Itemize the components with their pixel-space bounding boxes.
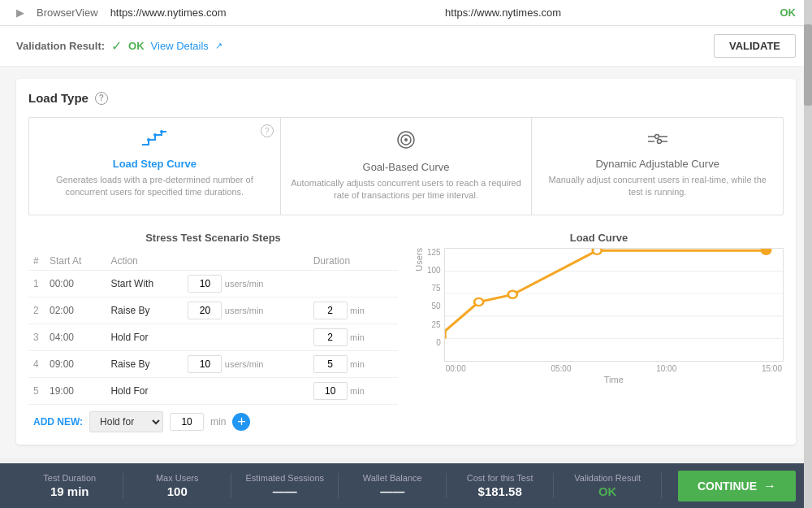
row3-dur-input[interactable] xyxy=(313,328,348,346)
main-content: Load Type ? ? Load Step Curve Generates … xyxy=(0,67,812,458)
section-header: Load Type ? xyxy=(28,91,784,105)
chart-container: Users 125 100 75 50 25 0 xyxy=(414,248,784,384)
svg-point-1 xyxy=(153,133,157,137)
scenario-col: Stress Test Scenario Steps # Start At Ac… xyxy=(28,232,398,432)
y-axis-title: Users xyxy=(414,248,424,271)
stat-validation: Validation Result OK xyxy=(554,473,661,498)
stat-label-wallet: Wallet Balance xyxy=(347,473,437,483)
x-label-0: 00:00 xyxy=(446,364,466,373)
stat-label-validation: Validation Result xyxy=(562,473,652,483)
row1-value-input[interactable] xyxy=(188,275,222,293)
col-action: Action xyxy=(106,252,183,271)
y-25: 25 xyxy=(427,320,441,329)
scrollbar-track[interactable] xyxy=(804,0,812,508)
svg-point-16 xyxy=(474,298,483,306)
row1-unit: users/min xyxy=(225,279,264,289)
dynamic-desc: Manually adjust concurrent users in real… xyxy=(540,174,775,199)
row5-num: 5 xyxy=(28,377,45,404)
curve-help-icon-1[interactable]: ? xyxy=(261,124,274,137)
two-col-layout: Stress Test Scenario Steps # Start At Ac… xyxy=(28,232,784,432)
continue-button[interactable]: CONTINUE → xyxy=(678,471,796,501)
stat-label-max-users: Max Users xyxy=(132,473,222,483)
row4-action: Raise By xyxy=(106,350,183,377)
goal-based-desc: Automatically adjusts concurrent users t… xyxy=(289,177,524,202)
col-num: # xyxy=(28,252,45,271)
table-row: 2 02:00 Raise By users/min min xyxy=(28,297,398,323)
add-new-row: ADD NEW: Hold for Raise By Start With mi… xyxy=(28,411,398,432)
x-label-5: 05:00 xyxy=(551,364,571,373)
row5-dur-input[interactable] xyxy=(313,382,348,400)
add-new-unit: min xyxy=(210,416,226,428)
svg-point-18 xyxy=(592,248,601,254)
chart-col: Load Curve Users 125 100 75 50 25 0 xyxy=(414,232,784,432)
svg-point-8 xyxy=(654,135,659,139)
row2-action: Raise By xyxy=(106,297,183,323)
help-icon[interactable]: ? xyxy=(95,92,108,105)
svg-point-19 xyxy=(762,248,771,254)
stat-label-sessions: Estimated Sessions xyxy=(240,473,330,483)
stat-value-validation: OK xyxy=(562,484,652,498)
row1-action: Start With xyxy=(106,270,183,297)
validation-ok: OK xyxy=(128,40,145,52)
row1-start: 00:00 xyxy=(45,270,106,297)
stat-label-cost: Cost for this Test xyxy=(455,473,545,483)
add-new-label: ADD NEW: xyxy=(33,416,83,428)
row2-start: 02:00 xyxy=(45,297,106,323)
load-type-title: Load Type xyxy=(28,91,89,105)
table-row: 4 09:00 Raise By users/min min xyxy=(28,350,398,377)
row2-unit: users/min xyxy=(225,306,264,315)
scenario-title: Stress Test Scenario Steps xyxy=(28,232,398,244)
stat-value-cost: $181.58 xyxy=(455,484,545,498)
dynamic-curve-option[interactable]: Dynamic Adjustable Curve Manually adjust… xyxy=(532,118,783,215)
svg-point-5 xyxy=(404,138,408,141)
stat-test-duration: Test Duration 19 min xyxy=(16,473,123,498)
table-row: 5 19:00 Hold For min xyxy=(28,377,398,404)
add-row-button[interactable]: + xyxy=(232,413,250,431)
y-axis: 125 100 75 50 25 0 xyxy=(427,248,441,362)
svg-point-2 xyxy=(160,130,163,133)
stat-estimated-sessions: Estimated Sessions —— xyxy=(231,473,339,498)
row4-dur-input[interactable] xyxy=(313,355,348,373)
row5-duration-cell: min xyxy=(309,377,398,404)
dynamic-name: Dynamic Adjustable Curve xyxy=(540,158,775,170)
validation-bar: Validation Result: ✓ OK View Details ↗ V… xyxy=(0,26,812,67)
row2-value-input[interactable] xyxy=(188,302,222,319)
stat-label-duration: Test Duration xyxy=(24,473,114,483)
row5-action: Hold For xyxy=(106,377,183,404)
row3-action: Hold For xyxy=(106,323,183,350)
stat-value-wallet: —— xyxy=(347,484,437,498)
stat-value-duration: 19 min xyxy=(24,484,114,498)
svg-point-9 xyxy=(657,140,661,144)
row2-dur-unit: min xyxy=(350,306,365,315)
row3-duration-cell: min xyxy=(309,323,398,350)
scrollbar-thumb[interactable] xyxy=(804,24,812,106)
view-details-link[interactable]: View Details xyxy=(151,40,209,52)
top-bar: ▶ BrowserView https://www.nytimes.com ht… xyxy=(0,0,812,26)
validate-button[interactable]: VALIDATE xyxy=(714,34,796,58)
check-icon: ✓ xyxy=(111,38,122,54)
load-step-curve-option[interactable]: ? Load Step Curve Generates loads with a… xyxy=(29,118,281,215)
col-duration: Duration xyxy=(309,252,398,271)
svg-point-0 xyxy=(147,138,150,141)
row1-num: 1 xyxy=(28,270,45,297)
url-2: https://www.nytimes.com xyxy=(445,7,767,19)
col-value xyxy=(183,252,308,271)
chart-title: Load Curve xyxy=(414,232,784,244)
row4-value-input[interactable] xyxy=(188,355,222,373)
row3-start: 04:00 xyxy=(45,323,106,350)
arrow-icon: → xyxy=(763,479,776,493)
browser-view-label: BrowserView xyxy=(37,7,98,19)
add-new-input[interactable] xyxy=(170,413,204,431)
goal-based-curve-option[interactable]: Goal-Based Curve Automatically adjusts c… xyxy=(281,118,533,215)
row2-value-cell: users/min xyxy=(183,297,308,323)
row2-dur-input[interactable] xyxy=(313,302,348,319)
validation-label: Validation Result: xyxy=(16,40,105,52)
x-axis-title: Time xyxy=(444,375,784,384)
stat-wallet-balance: Wallet Balance —— xyxy=(339,473,446,498)
stat-cost: Cost for this Test $181.58 xyxy=(447,473,554,498)
add-new-select[interactable]: Hold for Raise By Start With xyxy=(89,411,163,432)
row4-duration-cell: min xyxy=(309,350,398,377)
x-label-10: 10:00 xyxy=(656,364,676,373)
svg-chart-wrapper: 00:00 05:00 10:00 15:00 Time xyxy=(444,248,784,384)
svg-point-17 xyxy=(508,291,516,298)
